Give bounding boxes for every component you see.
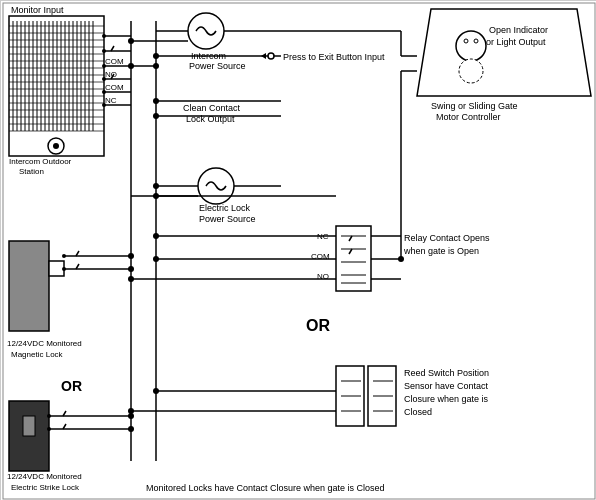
svg-point-176 bbox=[128, 63, 134, 69]
svg-point-111 bbox=[153, 183, 159, 189]
svg-text:Magnetic Lock: Magnetic Lock bbox=[11, 350, 64, 359]
svg-text:Press to Exit Button Input: Press to Exit Button Input bbox=[283, 52, 385, 62]
svg-text:or Light Output: or Light Output bbox=[486, 37, 546, 47]
svg-text:when gate is Open: when gate is Open bbox=[403, 246, 479, 256]
svg-rect-93 bbox=[23, 416, 35, 436]
svg-text:Intercom Outdoor: Intercom Outdoor bbox=[9, 157, 72, 166]
svg-text:Closure when gate is: Closure when gate is bbox=[404, 394, 489, 404]
svg-point-166 bbox=[398, 256, 404, 262]
svg-point-132 bbox=[153, 256, 159, 262]
svg-point-86 bbox=[62, 267, 66, 271]
svg-text:12/24VDC Monitored: 12/24VDC Monitored bbox=[7, 472, 82, 481]
svg-point-133 bbox=[128, 276, 134, 282]
svg-point-84 bbox=[62, 254, 66, 258]
svg-point-95 bbox=[47, 414, 51, 418]
svg-point-113 bbox=[128, 38, 134, 44]
svg-text:OR: OR bbox=[306, 317, 330, 334]
svg-text:Power Source: Power Source bbox=[199, 214, 256, 224]
svg-text:Station: Station bbox=[19, 167, 44, 176]
svg-point-70 bbox=[268, 53, 274, 59]
svg-point-177 bbox=[153, 63, 159, 69]
svg-text:Clean Contact: Clean Contact bbox=[183, 103, 241, 113]
svg-point-41 bbox=[53, 143, 59, 149]
svg-rect-81 bbox=[9, 241, 49, 331]
svg-text:Electric Strike Lock: Electric Strike Lock bbox=[11, 483, 80, 492]
svg-text:COM: COM bbox=[105, 83, 124, 92]
svg-point-174 bbox=[153, 113, 159, 119]
svg-text:Power Source: Power Source bbox=[189, 61, 246, 71]
svg-point-153 bbox=[456, 31, 486, 61]
svg-point-156 bbox=[459, 59, 483, 83]
svg-point-46 bbox=[102, 49, 106, 53]
svg-text:Electric Lock: Electric Lock bbox=[199, 203, 251, 213]
svg-text:OR: OR bbox=[61, 378, 82, 394]
svg-point-106 bbox=[128, 253, 134, 259]
svg-rect-82 bbox=[49, 261, 64, 276]
svg-point-155 bbox=[474, 39, 478, 43]
svg-point-173 bbox=[153, 98, 159, 104]
svg-text:COM: COM bbox=[105, 57, 124, 66]
svg-point-107 bbox=[128, 266, 134, 272]
svg-text:Open Indicator: Open Indicator bbox=[489, 25, 548, 35]
svg-point-147 bbox=[153, 388, 159, 394]
svg-point-44 bbox=[102, 34, 106, 38]
svg-text:Monitored Locks have Contact C: Monitored Locks have Contact Closure whe… bbox=[146, 483, 385, 493]
svg-text:12/24VDC Monitored: 12/24VDC Monitored bbox=[7, 339, 82, 348]
svg-point-109 bbox=[128, 426, 134, 432]
wiring-diagram: Monitor Input COM NO COM NC bbox=[0, 0, 596, 500]
svg-text:Monitor Input: Monitor Input bbox=[11, 5, 64, 15]
svg-text:Motor Controller: Motor Controller bbox=[436, 112, 501, 122]
svg-text:Closed: Closed bbox=[404, 407, 432, 417]
svg-text:Relay Contact Opens: Relay Contact Opens bbox=[404, 233, 490, 243]
svg-text:Sensor have Contact: Sensor have Contact bbox=[404, 381, 489, 391]
svg-point-110 bbox=[153, 53, 159, 59]
svg-point-148 bbox=[128, 408, 134, 414]
svg-point-154 bbox=[464, 39, 468, 43]
svg-point-131 bbox=[153, 233, 159, 239]
svg-text:Swing or Sliding Gate: Swing or Sliding Gate bbox=[431, 101, 518, 111]
svg-point-97 bbox=[47, 427, 51, 431]
svg-text:Reed Switch Position: Reed Switch Position bbox=[404, 368, 489, 378]
svg-text:NC: NC bbox=[105, 96, 117, 105]
